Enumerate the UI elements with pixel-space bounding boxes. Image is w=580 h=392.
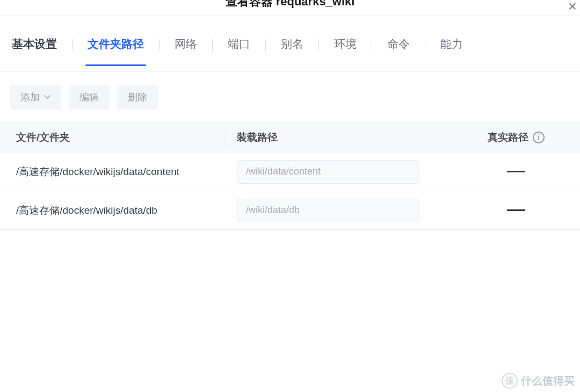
watermark: 值 什么值得买 xyxy=(502,373,575,389)
tab-port[interactable]: 端口 xyxy=(226,37,252,66)
file-folder-cell: /高速存储/docker/wikijs/data/content xyxy=(0,165,226,179)
empty-dash-icon xyxy=(507,209,525,211)
toolbar: 添加 编辑 删除 xyxy=(0,72,580,122)
mount-path-cell xyxy=(226,199,452,222)
header-mount-path: 装载路径 xyxy=(226,130,452,144)
tab-separator xyxy=(159,39,160,51)
tab-command[interactable]: 命令 xyxy=(385,37,412,66)
info-icon[interactable]: i xyxy=(533,132,545,143)
tab-separator xyxy=(212,39,213,51)
tab-capability[interactable]: 能力 xyxy=(438,37,465,66)
tab-separator xyxy=(372,39,372,51)
real-path-cell xyxy=(452,171,580,172)
edit-button-label: 编辑 xyxy=(79,91,99,104)
caret-down-icon xyxy=(44,95,50,99)
mount-path-cell xyxy=(226,160,452,184)
tab-alias[interactable]: 别名 xyxy=(279,37,306,66)
table-header-row: 文件/文件夹 装载路径 真实路径 i xyxy=(0,122,580,153)
header-real-path-label: 真实路径 xyxy=(488,130,528,144)
mount-path-input[interactable] xyxy=(237,199,419,222)
tab-separator xyxy=(72,39,73,51)
add-button-label: 添加 xyxy=(20,91,40,104)
tab-separator xyxy=(265,39,266,51)
tab-network[interactable]: 网络 xyxy=(172,37,199,66)
header-file-folder: 文件/文件夹 xyxy=(0,130,226,144)
edit-button[interactable]: 编辑 xyxy=(69,85,110,110)
tab-environment[interactable]: 环境 xyxy=(332,37,359,66)
real-path-cell xyxy=(452,209,580,211)
watermark-text: 什么值得买 xyxy=(521,374,575,388)
empty-dash-icon xyxy=(507,171,525,172)
table-row[interactable]: /高速存储/docker/wikijs/data/content xyxy=(0,153,580,191)
add-button[interactable]: 添加 xyxy=(10,85,61,110)
tab-separator xyxy=(318,39,319,51)
file-folder-cell: /高速存储/docker/wikijs/data/db xyxy=(0,204,226,217)
close-icon[interactable]: × xyxy=(565,0,580,15)
table-row[interactable]: /高速存储/docker/wikijs/data/db xyxy=(0,191,580,230)
tab-folder-path[interactable]: 文件夹路径 xyxy=(85,37,146,66)
volumes-table: 文件/文件夹 装载路径 真实路径 i /高速存储/docker/wikijs/d… xyxy=(0,122,580,230)
watermark-badge-icon: 值 xyxy=(502,373,518,389)
tabs-bar: 基本设置 文件夹路径 网络 端口 别名 环境 命令 能力 xyxy=(0,16,580,72)
tab-separator xyxy=(425,39,425,51)
delete-button-label: 删除 xyxy=(128,91,147,104)
delete-button[interactable]: 删除 xyxy=(117,85,158,110)
modal-title: 查看容器 requarks_wiki xyxy=(226,0,355,8)
mount-path-input[interactable] xyxy=(237,160,419,184)
tab-basic-settings[interactable]: 基本设置 xyxy=(10,37,59,66)
header-real-path: 真实路径 i xyxy=(452,130,580,144)
